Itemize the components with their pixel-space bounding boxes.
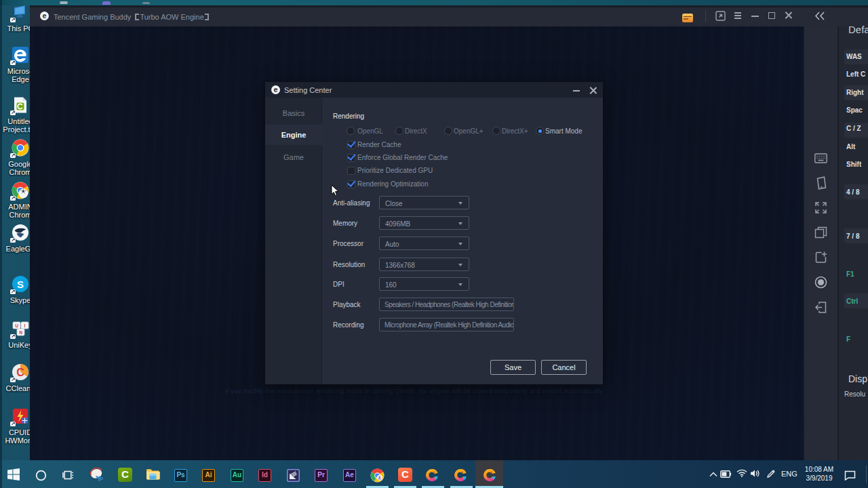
svg-text:N: N [19,330,22,335]
svg-text:S: S [17,279,24,290]
svg-text:U: U [15,323,18,328]
svg-text:I: I [24,323,26,328]
svg-text:C: C [16,367,24,378]
